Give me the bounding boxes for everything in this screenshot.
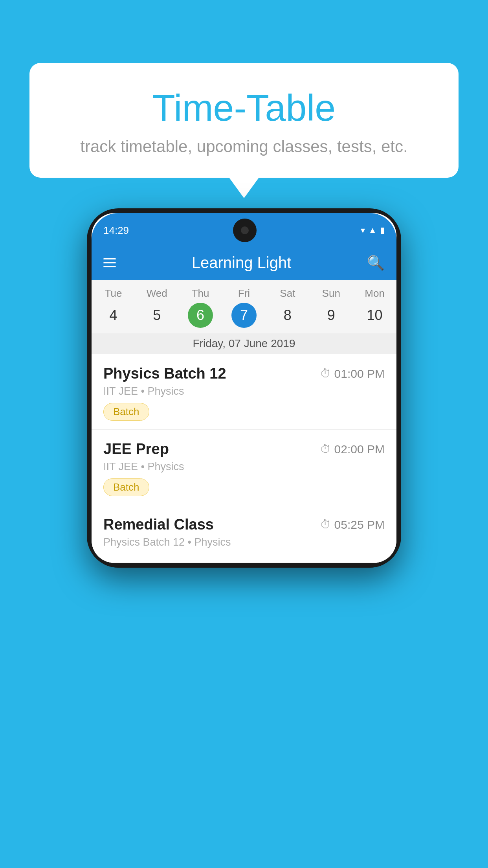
hamburger-menu[interactable]	[103, 258, 116, 267]
bubble-subtitle: track timetable, upcoming classes, tests…	[49, 137, 439, 156]
item-1-meta: IIT JEE • Physics	[103, 385, 385, 397]
date-8[interactable]: 8	[266, 303, 309, 328]
item-2-header: JEE Prep ⏱ 02:00 PM	[103, 441, 385, 458]
day-headers: Tue Wed Thu Fri Sat Sun Mon	[92, 287, 396, 300]
day-thu: Thu	[179, 287, 222, 300]
hamburger-line-3	[103, 266, 116, 267]
item-2-meta: IIT JEE • Physics	[103, 461, 385, 473]
schedule-item-1[interactable]: Physics Batch 12 ⏱ 01:00 PM IIT JEE • Ph…	[92, 354, 396, 430]
camera	[241, 226, 249, 234]
clock-icon-2: ⏱	[320, 443, 331, 456]
date-5[interactable]: 5	[135, 303, 179, 328]
status-icons: ▾ ▲ ▮	[361, 225, 385, 235]
date-9[interactable]: 9	[309, 303, 353, 328]
day-wed: Wed	[135, 287, 179, 300]
day-fri: Fri	[222, 287, 266, 300]
item-1-time: ⏱ 01:00 PM	[320, 367, 385, 381]
clock-icon-1: ⏱	[320, 367, 331, 380]
item-3-meta: Physics Batch 12 • Physics	[103, 536, 385, 548]
day-sun: Sun	[309, 287, 353, 300]
date-4[interactable]: 4	[92, 303, 135, 328]
battery-icon: ▮	[380, 225, 385, 235]
day-numbers: 4 5 6 7 8 9 10	[92, 303, 396, 328]
speech-bubble: Time-Table track timetable, upcoming cla…	[29, 63, 459, 178]
wifi-icon: ▾	[361, 225, 365, 235]
phone-body: 14:29 ▾ ▲ ▮ Learning Light 🔍	[87, 208, 401, 568]
status-bar: 14:29 ▾ ▲ ▮	[92, 213, 396, 245]
date-6-today[interactable]: 6	[188, 303, 213, 328]
day-sat: Sat	[266, 287, 309, 300]
item-3-header: Remedial Class ⏱ 05:25 PM	[103, 516, 385, 533]
schedule-item-2[interactable]: JEE Prep ⏱ 02:00 PM IIT JEE • Physics Ba…	[92, 430, 396, 505]
selected-date-label: Friday, 07 June 2019	[92, 333, 396, 354]
item-2-title: JEE Prep	[103, 441, 169, 458]
signal-icon: ▲	[368, 225, 377, 235]
hamburger-line-1	[103, 258, 116, 259]
item-1-badge: Batch	[103, 403, 149, 421]
item-3-title: Remedial Class	[103, 516, 214, 533]
date-10[interactable]: 10	[353, 303, 396, 328]
phone-notch	[233, 219, 257, 242]
search-icon[interactable]: 🔍	[367, 255, 385, 271]
day-mon: Mon	[353, 287, 396, 300]
day-tue: Tue	[92, 287, 135, 300]
hamburger-line-2	[103, 262, 116, 263]
status-time: 14:29	[103, 224, 129, 237]
clock-icon-3: ⏱	[320, 518, 331, 531]
schedule-item-3[interactable]: Remedial Class ⏱ 05:25 PM Physics Batch …	[92, 505, 396, 563]
app-header: Learning Light 🔍	[92, 245, 396, 280]
app-title: Learning Light	[192, 254, 292, 272]
item-1-header: Physics Batch 12 ⏱ 01:00 PM	[103, 365, 385, 382]
bubble-title: Time-Table	[49, 86, 439, 129]
date-7-selected[interactable]: 7	[231, 303, 257, 328]
phone-device: 14:29 ▾ ▲ ▮ Learning Light 🔍	[87, 208, 401, 568]
item-2-time: ⏱ 02:00 PM	[320, 443, 385, 456]
schedule-list: Physics Batch 12 ⏱ 01:00 PM IIT JEE • Ph…	[92, 354, 396, 563]
calendar-week: Tue Wed Thu Fri Sat Sun Mon 4 5 6 7 8 9 …	[92, 280, 396, 354]
item-3-time: ⏱ 05:25 PM	[320, 518, 385, 531]
phone-screen: 14:29 ▾ ▲ ▮ Learning Light 🔍	[92, 213, 396, 563]
item-1-title: Physics Batch 12	[103, 365, 226, 382]
item-2-badge: Batch	[103, 478, 149, 496]
